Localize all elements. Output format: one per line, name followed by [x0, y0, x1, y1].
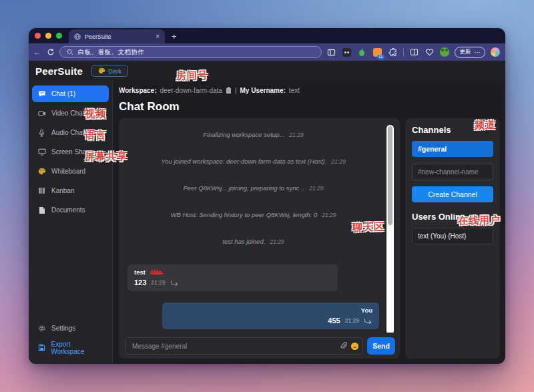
address-text: 白板、看板、文档协作: [78, 48, 145, 57]
new-channel-input[interactable]: [412, 164, 493, 180]
profile-avatar[interactable]: [440, 47, 449, 57]
send-button[interactable]: Send: [367, 337, 395, 355]
document-icon: [37, 206, 46, 214]
message-input[interactable]: [125, 337, 363, 355]
system-message: Finalizing workspace setup...21:29: [127, 131, 379, 139]
address-bar[interactable]: 白板、看板、文档协作: [59, 46, 322, 58]
chat-scrollbar-track[interactable]: [386, 125, 394, 333]
theme-toggle-label: Dark: [108, 67, 121, 75]
browser-toolbar: ← 白板、看板、文档协作 11: [29, 43, 505, 61]
message-text: 455: [328, 317, 340, 325]
favorites-heart-icon[interactable]: [425, 47, 435, 57]
chat-extension-icon[interactable]: 11: [372, 47, 382, 57]
emoji-picker-icon[interactable]: [351, 343, 358, 350]
app-logo: PeerSuite: [35, 65, 83, 77]
copy-clipboard-icon[interactable]: [226, 87, 232, 94]
sidebar-item-label: Whiteboard: [51, 168, 85, 175]
annotation-chat-area: 聊天区: [352, 221, 384, 234]
browser-window: PeerSuite × + ← 白板、看板、文档协作: [29, 28, 505, 364]
globe-icon: [74, 33, 81, 40]
chat-scrollbar-thumb[interactable]: [388, 126, 392, 225]
message-author: test: [134, 268, 146, 276]
palette-icon: [98, 67, 105, 74]
new-tab-button[interactable]: +: [172, 31, 177, 41]
tab-title: PeerSuite: [85, 33, 152, 40]
video-camera-icon: [37, 110, 46, 117]
sidebar: Chat (1) Video Chat Audio Chat Screen Sh…: [29, 81, 113, 364]
tab-close-icon[interactable]: ×: [156, 33, 160, 40]
chat-message-test: test 123 21:29: [127, 264, 338, 291]
sidebar-item-kanban[interactable]: Kanban: [32, 182, 109, 199]
message-time: 21:29: [151, 279, 165, 286]
app-header: PeerSuite Dark: [29, 61, 505, 81]
sidebar-item-label: Documents: [51, 206, 85, 214]
workspace-name: deer-down-farm-data: [160, 87, 222, 94]
sidebar-item-settings[interactable]: Settings: [32, 320, 109, 337]
extension-badge: 11: [377, 55, 384, 59]
sidebar-item-label: Settings: [51, 325, 75, 332]
dark-app-extension-icon[interactable]: [342, 47, 352, 57]
minimize-window-button[interactable]: [45, 33, 51, 39]
reply-arrow-icon[interactable]: [170, 280, 179, 286]
annotation-voice: 语言: [85, 129, 106, 142]
search-icon: [67, 49, 73, 55]
system-message: Peer Q8KWsj... joining, preparing to syn…: [127, 184, 379, 192]
monitor-icon: [37, 148, 46, 156]
sidebar-item-label: Export Workspace: [51, 341, 103, 355]
reload-button[interactable]: [47, 48, 55, 56]
sidebar-item-documents[interactable]: Documents: [32, 202, 109, 218]
workspace-info: Workspace: deer-down-farm-data | My User…: [119, 85, 500, 95]
extensions-puzzle-icon[interactable]: [388, 47, 398, 57]
sidebar-item-whiteboard[interactable]: Whiteboard: [32, 163, 109, 180]
username-label: My Username:: [240, 87, 286, 94]
annotation-video: 视频: [85, 108, 106, 120]
kanban-board-icon: [37, 187, 46, 194]
save-disk-icon: [37, 344, 46, 351]
annotation-screen-share: 屏幕共享: [85, 150, 127, 163]
workspace-label: Workspace:: [119, 87, 157, 94]
sidebar-item-label: Chat (1): [51, 90, 75, 97]
channels-panel: Channels #general Create Channel Users O…: [405, 118, 500, 359]
message-author: You: [361, 307, 372, 314]
close-window-button[interactable]: [35, 33, 41, 39]
browser-tab-bar: PeerSuite × +: [29, 28, 505, 43]
copilot-icon[interactable]: [491, 47, 500, 57]
pear-extension-icon[interactable]: [357, 47, 367, 57]
annotation-online-users: 在线用户: [458, 214, 501, 227]
sidebar-item-label: Kanban: [51, 187, 74, 194]
system-message: WB Host: Sending history to peer Q8KWsj,…: [127, 211, 379, 219]
microphone-icon: [37, 129, 46, 137]
system-message: You joined workspace: deer-down-farm-dat…: [127, 158, 379, 166]
sidebar-item-label: Video Chat: [51, 110, 84, 117]
system-message: test has joined.21:29: [127, 238, 379, 246]
annotation-room-id: 房间号: [176, 69, 208, 83]
update-label: 更新: [460, 48, 471, 56]
separator: |: [235, 87, 237, 94]
split-screen-icon[interactable]: [326, 47, 336, 57]
toolbar-divider: [403, 48, 404, 56]
back-button[interactable]: ←: [33, 47, 42, 57]
message-time: 21:29: [345, 317, 359, 324]
channel-item-general[interactable]: #general: [412, 141, 493, 157]
user-list-item: text (You) (Host): [412, 228, 493, 244]
create-channel-button[interactable]: Create Channel: [412, 186, 493, 202]
main-content: Workspace: deer-down-farm-data | My User…: [113, 81, 505, 364]
message-text: 123: [134, 278, 146, 286]
red-scribble-annotation: [150, 269, 164, 275]
attachment-paperclip-icon[interactable]: [340, 342, 347, 350]
sidebar-item-chat[interactable]: Chat (1): [32, 85, 109, 102]
peersuite-app: PeerSuite Dark Chat (1) Video Chat Au: [29, 61, 505, 364]
username-value: text: [289, 87, 300, 94]
sidebar-item-label: Audio Chat: [51, 129, 84, 136]
message-composer: Send: [123, 337, 396, 355]
gear-icon: [37, 325, 46, 333]
sidebar-item-export-workspace[interactable]: Export Workspace: [32, 339, 109, 356]
chat-message-you: You 455 21:29: [162, 303, 379, 329]
reading-list-icon[interactable]: [409, 47, 419, 57]
update-button[interactable]: 更新 ⋯: [455, 47, 486, 58]
tab-peersuite[interactable]: PeerSuite ×: [69, 29, 165, 43]
palette-icon: [37, 168, 46, 175]
zoom-window-button[interactable]: [56, 33, 62, 39]
reply-arrow-icon[interactable]: [364, 318, 372, 324]
theme-toggle-button[interactable]: Dark: [91, 65, 128, 77]
